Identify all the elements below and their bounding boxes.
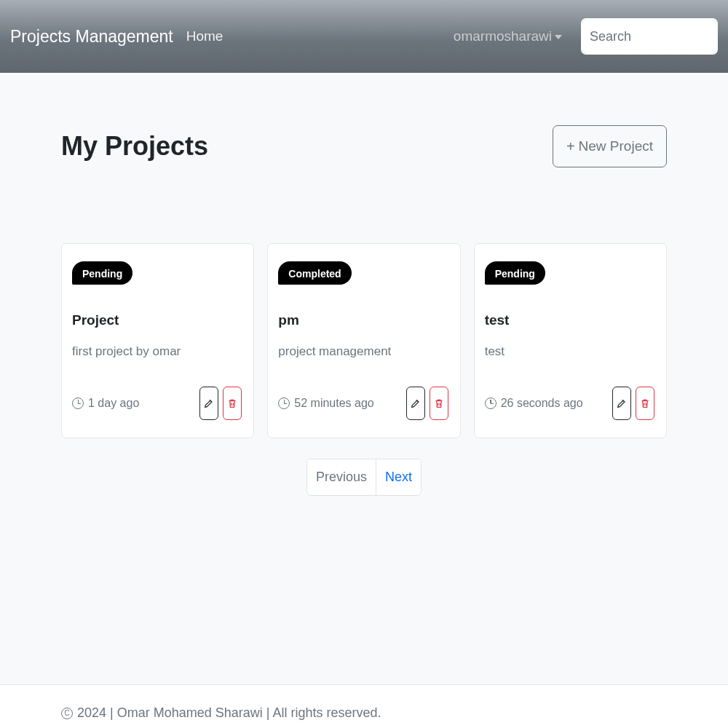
- page-title: My Projects: [61, 131, 208, 162]
- edit-button[interactable]: [612, 387, 631, 420]
- username: omarmosharawi: [454, 28, 552, 44]
- project-time: 1 day ago: [72, 397, 139, 410]
- user-menu[interactable]: omarmosharawi: [454, 28, 562, 44]
- pencil-icon: [203, 397, 215, 409]
- status-badge: Completed: [278, 261, 351, 285]
- delete-button[interactable]: [430, 387, 448, 420]
- chevron-down-icon: [555, 35, 562, 39]
- search-form: [581, 18, 718, 55]
- clock-icon: [485, 397, 496, 409]
- project-desc: project management: [278, 344, 448, 359]
- plus-icon: +: [566, 139, 575, 154]
- edit-button[interactable]: [199, 387, 218, 420]
- pencil-icon: [410, 397, 422, 409]
- status-badge: Pending: [72, 261, 132, 285]
- new-project-label: New Project: [579, 138, 653, 154]
- clock-icon: [72, 397, 84, 409]
- project-title: pm: [278, 312, 448, 328]
- project-card: Completed pm project management 52 minut…: [267, 243, 460, 438]
- new-project-button[interactable]: + New Project: [553, 125, 667, 167]
- project-grid: Pending Project first project by omar 1 …: [61, 243, 667, 438]
- trash-icon: [639, 397, 651, 409]
- pagination: Previous Next: [61, 459, 667, 496]
- next-button[interactable]: Next: [376, 459, 421, 495]
- clock-icon: [278, 397, 290, 409]
- copyright-icon: C: [61, 708, 73, 719]
- project-time: 52 minutes ago: [278, 397, 373, 410]
- nav-home[interactable]: Home: [186, 28, 223, 44]
- delete-button[interactable]: [636, 387, 654, 420]
- main: My Projects + New Project Pending Projec…: [0, 73, 728, 684]
- previous-button[interactable]: Previous: [307, 459, 376, 495]
- trash-icon: [226, 397, 238, 409]
- project-desc: test: [485, 344, 654, 359]
- project-desc: first project by omar: [72, 344, 242, 359]
- project-title: Project: [72, 312, 242, 328]
- project-card: Pending Project first project by omar 1 …: [61, 243, 254, 438]
- edit-button[interactable]: [406, 387, 425, 420]
- footer-text: 2024 | Omar Mohamed Sharawi | All rights…: [77, 705, 381, 721]
- brand[interactable]: Projects Management: [10, 27, 173, 47]
- trash-icon: [433, 397, 445, 409]
- pencil-icon: [616, 397, 628, 409]
- project-title: test: [485, 312, 654, 328]
- delete-button[interactable]: [223, 387, 242, 420]
- navbar: Projects Management Home omarmosharawi: [0, 0, 728, 73]
- footer: C 2024 | Omar Mohamed Sharawi | All righ…: [0, 684, 728, 728]
- status-badge: Pending: [485, 261, 545, 285]
- project-time: 26 seconds ago: [485, 397, 583, 410]
- search-input[interactable]: [582, 20, 718, 53]
- project-card: Pending test test 26 seconds ago: [474, 243, 667, 438]
